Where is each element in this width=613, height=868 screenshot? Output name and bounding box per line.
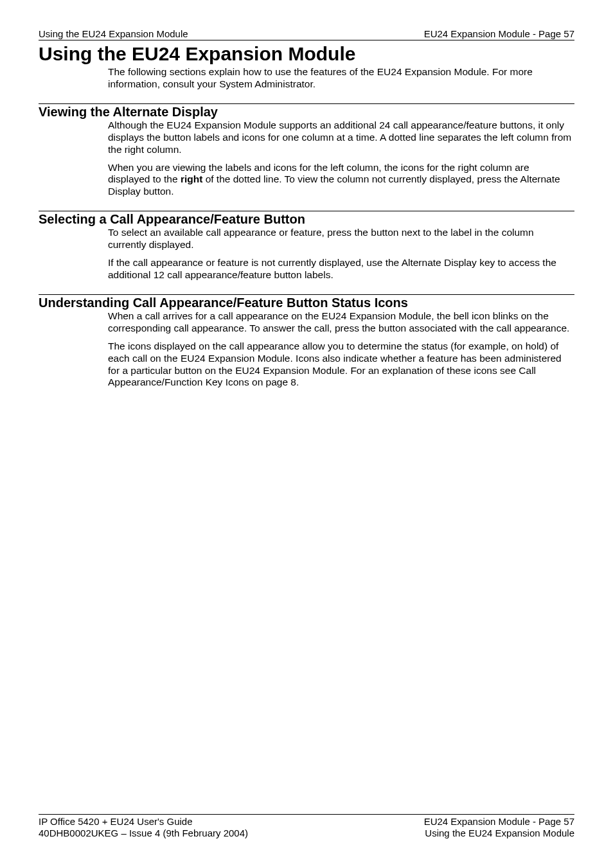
para-bold: right	[181, 173, 202, 184]
section-body: When a call arrives for a call appearanc…	[39, 310, 574, 389]
section: Understanding Call Appearance/Feature Bu…	[39, 294, 574, 389]
page-footer: IP Office 5420 + EU24 User's Guide EU24 …	[39, 814, 574, 840]
section-body: To select an available call appearance o…	[39, 227, 574, 281]
section-body: Although the EU24 Expansion Module suppo…	[39, 120, 574, 198]
intro-text: The following sections explain how to us…	[108, 66, 572, 91]
paragraph: When a call arrives for a call appearanc…	[108, 310, 572, 335]
paragraph: To select an available call appearance o…	[108, 227, 572, 251]
paragraph: Although the EU24 Expansion Module suppo…	[108, 120, 572, 156]
page: Using the EU24 Expansion Module EU24 Exp…	[0, 0, 613, 868]
footer-row: 40DHB0002UKEG – Issue 4 (9th February 20…	[39, 828, 574, 840]
header-left: Using the EU24 Expansion Module	[39, 28, 188, 39]
footer-row: IP Office 5420 + EU24 User's Guide EU24 …	[39, 816, 574, 828]
header-right: EU24 Expansion Module - Page 57	[424, 28, 574, 39]
section: Viewing the Alternate Display Although t…	[39, 103, 574, 198]
footer-rule	[39, 814, 574, 815]
intro-block: The following sections explain how to us…	[39, 66, 574, 91]
paragraph: If the call appearance or feature is not…	[108, 257, 572, 281]
page-header: Using the EU24 Expansion Module EU24 Exp…	[39, 28, 574, 40]
paragraph: When you are viewing the labels and icon…	[108, 162, 572, 199]
section-heading: Understanding Call Appearance/Feature Bu…	[39, 296, 574, 310]
footer-left-2: 40DHB0002UKEG – Issue 4 (9th February 20…	[39, 828, 248, 840]
section-heading: Selecting a Call Appearance/Feature Butt…	[39, 212, 574, 227]
paragraph: The icons displayed on the call appearan…	[108, 341, 572, 389]
footer-right-1: EU24 Expansion Module - Page 57	[424, 816, 574, 828]
page-title: Using the EU24 Expansion Module	[39, 43, 574, 65]
section: Selecting a Call Appearance/Feature Butt…	[39, 211, 574, 281]
footer-right-2: Using the EU24 Expansion Module	[425, 828, 574, 840]
section-heading: Viewing the Alternate Display	[39, 105, 574, 120]
footer-left-1: IP Office 5420 + EU24 User's Guide	[39, 816, 193, 828]
